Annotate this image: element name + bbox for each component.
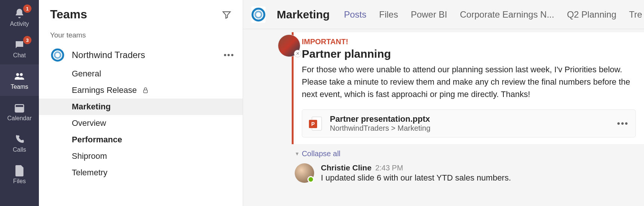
reply-time: 2:43 PM: [375, 164, 403, 172]
rail-activity[interactable]: 1 Activity: [0, 1, 39, 33]
channel-earnings[interactable]: Earnings Release: [39, 82, 243, 99]
lock-icon: [142, 87, 149, 94]
people-icon: [13, 70, 26, 83]
calendar-icon: [13, 102, 26, 114]
channel-label: General: [72, 69, 101, 79]
file-icon: [13, 164, 26, 177]
channel-label: Shiproom: [72, 151, 107, 161]
channel-marketing[interactable]: Marketing: [39, 99, 243, 115]
svg-point-9: [255, 11, 262, 18]
svg-point-0: [16, 73, 19, 76]
channel-overview[interactable]: Overview: [39, 115, 243, 131]
rail-chat[interactable]: 3 Chat: [0, 33, 39, 64]
post-title: Partner planning: [302, 48, 636, 60]
channel-label: Telemetry: [72, 168, 107, 178]
powerpoint-icon: P: [309, 116, 322, 131]
svg-point-1: [20, 73, 23, 76]
channel-label: Earnings Release: [72, 85, 137, 95]
section-your-teams: Your teams: [39, 26, 243, 45]
svg-rect-7: [143, 90, 147, 93]
channel-header: Marketing Posts Files Power BI Corporate…: [243, 0, 644, 29]
team-northwind[interactable]: Northwind Traders •••: [39, 45, 243, 66]
channel-list: General Earnings Release Marketing Overv…: [39, 66, 243, 181]
rail-calls[interactable]: Calls: [0, 127, 39, 159]
tab-q2-planning[interactable]: Q2 Planning: [567, 9, 616, 20]
sidebar-title: Teams: [50, 7, 87, 21]
channel-label: Overview: [72, 118, 106, 128]
rail-calendar[interactable]: Calendar: [0, 96, 39, 127]
channel-title: Marketing: [277, 8, 330, 21]
teams-sidebar: Teams Your teams Northwind Traders ••• G…: [39, 0, 243, 206]
reply-avatar[interactable]: [295, 163, 314, 183]
filter-icon[interactable]: [222, 10, 231, 19]
status-away-icon: ✕: [294, 50, 301, 57]
attachment-card[interactable]: P Partner presentation.pptx NorthwindTra…: [302, 109, 636, 137]
post-card[interactable]: ✕ IMPORTANT! Partner planning For those …: [292, 32, 644, 144]
tab-files[interactable]: Files: [379, 9, 398, 20]
chevron-down-icon: ▼: [295, 151, 300, 157]
reply-author: Christie Cline: [321, 163, 371, 172]
phone-icon: [13, 133, 26, 146]
channel-shiproom[interactable]: Shiproom: [39, 148, 243, 164]
rail-label: Chat: [13, 52, 26, 59]
presence-available-icon: [307, 176, 314, 183]
rail-label: Files: [13, 178, 26, 185]
attachment-name: Partner presentation.pptx: [330, 114, 430, 124]
important-flag: IMPORTANT!: [302, 37, 636, 46]
chat-badge: 3: [23, 36, 31, 44]
channel-label: Performance: [72, 135, 122, 145]
app-rail: 1 Activity 3 Chat Teams Calendar Calls F…: [0, 0, 39, 206]
channel-general[interactable]: General: [39, 66, 243, 82]
channel-telemetry[interactable]: Telemetry: [39, 164, 243, 181]
tab-corporate-earnings[interactable]: Corporate Earnings N...: [460, 9, 554, 20]
team-name: Northwind Traders: [72, 50, 217, 60]
svg-point-8: [252, 9, 264, 21]
rail-label: Calls: [13, 146, 26, 153]
team-more-icon[interactable]: •••: [224, 50, 234, 60]
attachment-more-icon[interactable]: •••: [617, 118, 629, 129]
rail-label: Calendar: [7, 115, 32, 122]
collapse-label: Collapse all: [302, 149, 340, 158]
rail-teams[interactable]: Teams: [0, 64, 39, 96]
svg-point-6: [55, 52, 61, 58]
activity-badge: 1: [23, 4, 31, 13]
post-feed: ✕ IMPORTANT! Partner planning For those …: [243, 29, 644, 206]
svg-point-5: [52, 49, 63, 61]
author-avatar[interactable]: ✕: [278, 34, 300, 57]
rail-label: Teams: [10, 84, 28, 90]
reply-item[interactable]: Christie Cline2:43 PM I updated slide 6 …: [292, 163, 644, 183]
channel-logo-icon: [251, 6, 266, 23]
main-area: Marketing Posts Files Power BI Corporate…: [243, 0, 644, 206]
tab-posts[interactable]: Posts: [344, 9, 367, 20]
channel-label: Marketing: [72, 102, 111, 112]
tab-powerbi[interactable]: Power BI: [411, 9, 447, 20]
channel-tabs: Posts Files Power BI Corporate Earnings …: [344, 9, 642, 20]
post-body: For those who were unable to attend our …: [302, 63, 636, 100]
svg-text:P: P: [311, 121, 315, 127]
rail-files[interactable]: Files: [0, 159, 39, 190]
collapse-all-button[interactable]: ▼Collapse all: [295, 149, 644, 158]
reply-text: I updated slide 6 with our latest YTD sa…: [321, 173, 511, 183]
tab-tre[interactable]: Tre: [629, 9, 642, 20]
attachment-location: NorthwindTraders > Marketing: [330, 124, 430, 133]
channel-performance[interactable]: Performance: [39, 131, 243, 148]
team-logo-icon: [50, 48, 65, 63]
rail-label: Activity: [10, 21, 29, 27]
